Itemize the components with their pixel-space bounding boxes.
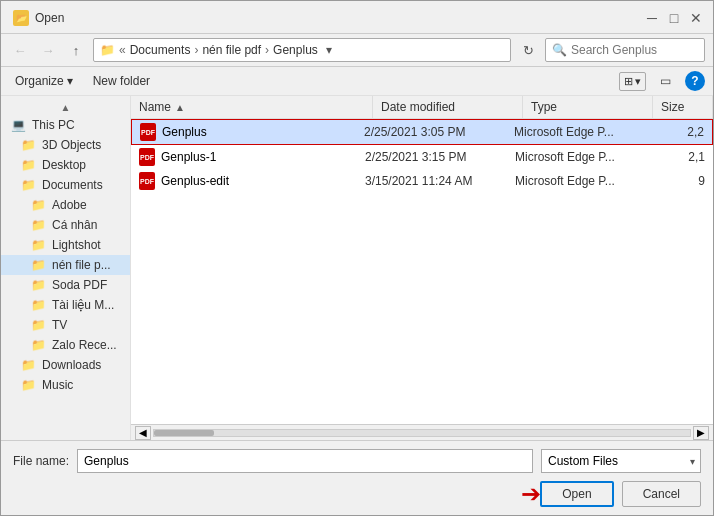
3d-objects-icon: 📁 [21, 138, 36, 152]
file-size-genplus-edit: 9 [645, 174, 705, 188]
sidebar-item-documents[interactable]: 📁 Documents [1, 175, 130, 195]
breadcrumb-folder-icon: 📁 [100, 43, 115, 57]
scroll-thumb[interactable] [154, 430, 214, 436]
pdf-icon-genplus: PDF [140, 123, 156, 141]
organize-label: Organize [15, 74, 64, 88]
horizontal-scrollbar[interactable]: ◀ ▶ [131, 424, 713, 440]
pdf-icon-genplus-edit: PDF [139, 172, 155, 190]
bottom-bar: File name: Custom Files All Files ▾ ➔ Op… [1, 440, 713, 515]
sidebar-item-desktop[interactable]: 📁 Desktop [1, 155, 130, 175]
preview-pane-button[interactable]: ▭ [654, 71, 677, 91]
scroll-left-button[interactable]: ◀ [135, 426, 151, 440]
desktop-label: Desktop [42, 158, 86, 172]
search-icon: 🔍 [552, 43, 567, 57]
back-button[interactable]: ← [9, 39, 31, 61]
file-list: PDF Genplus 2/25/2021 3:05 PM Microsoft … [131, 119, 713, 424]
lightshot-icon: 📁 [31, 238, 46, 252]
content-area: ▲ 💻 This PC 📁 3D Objects 📁 Desktop 📁 Doc… [1, 96, 713, 440]
new-folder-button[interactable]: New folder [87, 71, 156, 91]
3d-objects-label: 3D Objects [42, 138, 101, 152]
sidebar-item-downloads[interactable]: 📁 Downloads [1, 355, 130, 375]
file-row-genplus-edit[interactable]: PDF Genplus-edit 3/15/2021 11:24 AM Micr… [131, 169, 713, 193]
sidebar-item-this-pc[interactable]: 💻 This PC [1, 115, 130, 135]
col-date-label: Date modified [381, 100, 455, 114]
cancel-button[interactable]: Cancel [622, 481, 701, 507]
downloads-label: Downloads [42, 358, 101, 372]
title-bar: 📂 Open ─ □ ✕ [1, 1, 713, 34]
file-name-genplus-edit: PDF Genplus-edit [139, 172, 365, 190]
file-size-genplus-1: 2,1 [645, 150, 705, 164]
filename-input[interactable] [77, 449, 533, 473]
file-type-genplus: Microsoft Edge P... [514, 125, 644, 139]
filetype-select[interactable]: Custom Files All Files [541, 449, 701, 473]
organize-button[interactable]: Organize ▾ [9, 71, 79, 91]
open-button[interactable]: Open [540, 481, 613, 507]
column-size-header[interactable]: Size [653, 96, 713, 118]
minimize-button[interactable]: ─ [643, 9, 661, 27]
sidebar-item-tv[interactable]: 📁 TV [1, 315, 130, 335]
scroll-track[interactable] [153, 429, 691, 437]
column-name-header[interactable]: Name ▲ [131, 96, 373, 118]
breadcrumb-genplus[interactable]: Genplus [273, 43, 318, 57]
scroll-up-button[interactable]: ▲ [1, 100, 130, 115]
refresh-button[interactable]: ↻ [517, 39, 539, 61]
maximize-button[interactable]: □ [665, 9, 683, 27]
file-row-genplus-1[interactable]: PDF Genplus-1 2/25/2021 3:15 PM Microsof… [131, 145, 713, 169]
tv-icon: 📁 [31, 318, 46, 332]
breadcrumb-chevron[interactable]: ▾ [326, 43, 332, 57]
lightshot-label: Lightshot [52, 238, 101, 252]
this-pc-icon: 💻 [11, 118, 26, 132]
sidebar-item-zalo[interactable]: 📁 Zalo Rece... [1, 335, 130, 355]
documents-icon: 📁 [21, 178, 36, 192]
sidebar-item-tai-lieu[interactable]: 📁 Tài liệu M... [1, 295, 130, 315]
sort-arrow-icon: ▲ [175, 102, 185, 113]
views-icon: ⊞ [624, 75, 633, 88]
sidebar-item-soda-pdf[interactable]: 📁 Soda PDF [1, 275, 130, 295]
breadcrumb-nen-file[interactable]: nén file pdf [202, 43, 261, 57]
column-type-header[interactable]: Type [523, 96, 653, 118]
new-folder-label: New folder [93, 74, 150, 88]
downloads-icon: 📁 [21, 358, 36, 372]
breadcrumb-sep3: › [265, 43, 269, 57]
views-button[interactable]: ⊞ ▾ [619, 72, 646, 91]
open-dialog: 📂 Open ─ □ ✕ ← → ↑ 📁 « Documents › nén f… [0, 0, 714, 516]
search-input[interactable] [571, 43, 714, 57]
sidebar-item-ca-nhan[interactable]: 📁 Cá nhân [1, 215, 130, 235]
close-button[interactable]: ✕ [687, 9, 705, 27]
file-row-genplus[interactable]: PDF Genplus 2/25/2021 3:05 PM Microsoft … [131, 119, 713, 145]
nen-file-icon: 📁 [31, 258, 46, 272]
col-size-label: Size [661, 100, 684, 114]
file-list-area: Name ▲ Date modified Type Size PDF Genp [131, 96, 713, 440]
ca-nhan-label: Cá nhân [52, 218, 97, 232]
up-button[interactable]: ↑ [65, 39, 87, 61]
file-type-genplus-edit: Microsoft Edge P... [515, 174, 645, 188]
tv-label: TV [52, 318, 67, 332]
breadcrumb-documents[interactable]: Documents [130, 43, 191, 57]
forward-button[interactable]: → [37, 39, 59, 61]
cancel-label: Cancel [643, 487, 680, 501]
help-button[interactable]: ? [685, 71, 705, 91]
arrow-indicator-icon: ➔ [521, 480, 541, 508]
file-size-genplus: 2,2 [644, 125, 704, 139]
views-chevron: ▾ [635, 75, 641, 88]
breadcrumb[interactable]: 📁 « Documents › nén file pdf › Genplus ▾ [93, 38, 511, 62]
sidebar-item-3d-objects[interactable]: 📁 3D Objects [1, 135, 130, 155]
search-box[interactable]: 🔍 [545, 38, 705, 62]
breadcrumb-sep2: › [194, 43, 198, 57]
filetype-select-wrapper: Custom Files All Files ▾ [541, 449, 701, 473]
file-date-genplus-1: 2/25/2021 3:15 PM [365, 150, 515, 164]
col-name-label: Name [139, 100, 171, 114]
sidebar-item-adobe[interactable]: 📁 Adobe [1, 195, 130, 215]
organize-chevron: ▾ [67, 74, 73, 88]
sidebar-item-lightshot[interactable]: 📁 Lightshot [1, 235, 130, 255]
music-label: Music [42, 378, 73, 392]
toolbar: Organize ▾ New folder ⊞ ▾ ▭ ? [1, 67, 713, 96]
tai-lieu-label: Tài liệu M... [52, 298, 114, 312]
column-date-header[interactable]: Date modified [373, 96, 523, 118]
sidebar: ▲ 💻 This PC 📁 3D Objects 📁 Desktop 📁 Doc… [1, 96, 131, 440]
scroll-right-button[interactable]: ▶ [693, 426, 709, 440]
zalo-icon: 📁 [31, 338, 46, 352]
sidebar-item-nen-file[interactable]: 📁 nén file p... [1, 255, 130, 275]
nen-file-label: nén file p... [52, 258, 111, 272]
sidebar-item-music[interactable]: 📁 Music [1, 375, 130, 395]
